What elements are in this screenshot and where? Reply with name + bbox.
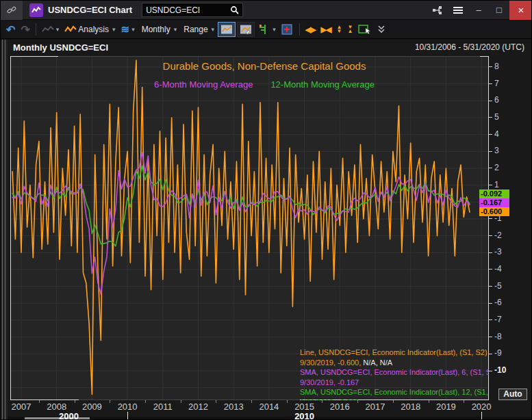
decade-label: 2010 — [281, 411, 329, 420]
chart-date-range: 10/31/2006 - 5/31/2020 (UTC) — [415, 42, 527, 52]
workspace-link-icon — [432, 5, 443, 15]
annotation-text: 9/30/2019, -0.600, — [300, 358, 363, 367]
x-axis-label: 2011 — [146, 402, 180, 412]
redo-button[interactable]: ↷ — [18, 21, 32, 38]
expand-vertical-icon: ▲▼ — [337, 25, 342, 34]
chart-plot-area[interactable]: Durable Goods, Non-Defense Capital Goods… — [10, 56, 489, 400]
layers-waves-icon: ≋ — [121, 23, 130, 36]
decade-label: 2000 — [45, 411, 93, 420]
x-axis-label: 2018 — [394, 402, 428, 412]
chart-title: Durable Goods, Non-Defense Capital Goods — [93, 60, 435, 72]
annotation-line: 9/30/2019, -0.167 — [300, 378, 359, 387]
y-axis-tick — [489, 354, 492, 354]
y-axis-tick — [489, 168, 492, 168]
price-label: -0.600 — [479, 207, 509, 216]
undo-button[interactable]: ↶ — [3, 21, 18, 38]
chart-header: Monthly USNDCG=ECI 10/31/2006 - 5/31/202… — [8, 40, 532, 55]
decade-separator — [127, 412, 128, 420]
annotation-text: N/A, N/A — [363, 358, 392, 367]
line-style-icon — [42, 25, 54, 34]
range-label: Range — [183, 25, 207, 34]
y-axis-tick — [489, 235, 492, 236]
double-chevron-down-icon — [377, 25, 385, 34]
axis-settings-button[interactable]: ▾ — [255, 21, 279, 38]
caret-down-icon: ▾ — [112, 26, 116, 33]
x-axis-label: 2007 — [4, 402, 38, 412]
analysis-button[interactable]: Analysis ▾ — [62, 21, 118, 38]
zoom-select-icon — [358, 24, 372, 35]
chart-edit-icon — [240, 24, 251, 35]
caret-down-icon: ▾ — [174, 26, 177, 33]
y-axis-tick — [489, 134, 492, 135]
menu-button[interactable] — [448, 1, 468, 20]
add-panel-button[interactable] — [279, 21, 296, 38]
link-icon — [7, 5, 16, 15]
symbol-search-input[interactable]: USNDCG=ECI — [142, 3, 243, 17]
y-axis-label: 6 — [494, 95, 522, 105]
caret-down-icon: ▾ — [56, 26, 60, 33]
y-axis-tick — [489, 252, 492, 253]
toolbar-separator — [299, 23, 300, 36]
axis-settings-icon — [258, 24, 270, 35]
y-axis-label: -9 — [494, 348, 522, 358]
caret-down-icon: ▾ — [131, 26, 135, 33]
app-window: USNDCG=ECI Chart USNDCG=ECI – □ × — [0, 0, 532, 420]
maximize-button[interactable]: □ — [489, 1, 509, 20]
y-axis-label: -3 — [494, 247, 522, 257]
more-tools-button[interactable] — [375, 21, 388, 38]
analysis-label: Analysis — [78, 25, 109, 34]
y-axis-tick — [489, 117, 492, 118]
expand-vertical-button[interactable]: ▲▼ — [334, 21, 345, 38]
x-axis-label: 2013 — [216, 402, 251, 412]
compress-horizontal-button[interactable]: ▶◀ — [318, 21, 334, 38]
y-axis-tick — [489, 66, 492, 67]
y-axis-label: -6 — [494, 298, 522, 307]
annotation-line: 9/30/2019, -0.092 — [300, 398, 359, 401]
y-axis-tick — [489, 269, 492, 270]
layers-button[interactable]: ≋ ▾ — [118, 21, 138, 38]
add-panel-icon — [281, 24, 294, 35]
auto-scale-button[interactable]: Auto — [498, 389, 527, 400]
interval-dropdown[interactable]: Monthly ▾ — [138, 21, 180, 38]
expand-horizontal-button[interactable]: ◀▶ — [303, 21, 318, 38]
search-icon — [230, 5, 239, 14]
annotation-line: SMA, USNDCG=ECI, Economic Indicator(Last… — [300, 388, 489, 397]
price-label: -0.167 — [479, 198, 509, 207]
y-axis-tick — [489, 286, 492, 287]
x-axis-label: 2008 — [40, 402, 74, 412]
annotation-text: 9/30/2019, -0.167 — [300, 378, 359, 386]
y-axis-label: -5 — [494, 281, 522, 291]
x-axis-label: 2016 — [322, 402, 357, 412]
y-axis-label: -7 — [494, 315, 522, 324]
range-dropdown[interactable]: Range ▾ — [179, 21, 217, 38]
compress-vertical-icon: ▼▲ — [347, 25, 353, 34]
line-style-button[interactable]: ▾ — [39, 21, 62, 38]
compress-vertical-button[interactable]: ▼▲ — [344, 21, 355, 38]
caret-down-icon: ▾ — [273, 26, 276, 33]
y-axis-tick — [489, 185, 492, 185]
close-button[interactable]: × — [509, 1, 532, 20]
chart-edit-button[interactable] — [237, 22, 255, 37]
caret-down-icon: ▾ — [212, 26, 215, 33]
workspace-link-button[interactable] — [427, 1, 448, 20]
minimize-button[interactable]: – — [468, 1, 489, 20]
hamburger-icon — [453, 6, 464, 14]
annotation-text: SMA, USNDCG=ECI, Economic Indicator(Last… — [300, 388, 489, 396]
title-bar: USNDCG=ECI Chart USNDCG=ECI – □ × — [1, 1, 532, 20]
y-axis-tick — [489, 319, 492, 320]
link-button[interactable] — [1, 1, 23, 20]
annotation-line: 9/30/2019, -0.600, N/A, N/A — [300, 358, 392, 367]
panel-splitter[interactable] — [1, 40, 8, 420]
window-title: USNDCG=ECI Chart — [48, 5, 132, 15]
expand-horizontal-icon: ◀▶ — [305, 25, 316, 34]
y-axis-tick — [489, 151, 492, 152]
series-#ffa11f — [12, 60, 470, 394]
annotation-text: 9/30/2019, -0.092 — [300, 398, 359, 401]
annotation-text: Line, USNDCG=ECI, Economic Indicator(Las… — [300, 348, 487, 356]
x-axis-label: 2020 — [464, 402, 498, 412]
y-axis-tick — [489, 83, 492, 84]
chart-legend: 6-Month Moving Average 12-Month Moving A… — [93, 79, 435, 90]
interval-label: Monthly — [142, 25, 170, 34]
zoom-select-button[interactable] — [355, 21, 375, 38]
chart-type-button[interactable] — [218, 22, 236, 37]
